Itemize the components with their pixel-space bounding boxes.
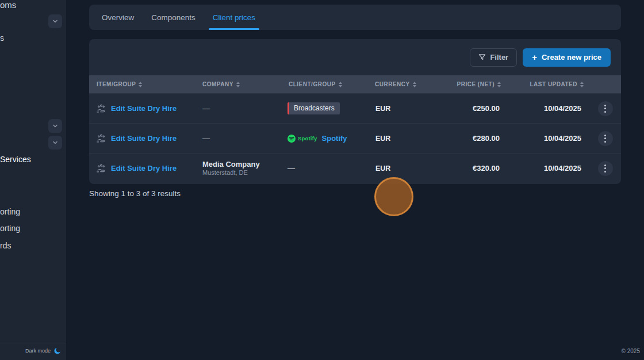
sidebar-item-dashboards[interactable]: rds <box>0 241 11 250</box>
item-link[interactable]: Edit Suite Dry Hire <box>111 104 177 113</box>
table-toolbar: Filter + Create new price <box>89 39 621 75</box>
spotify-icon <box>288 135 296 143</box>
chevron-down-icon <box>52 18 59 25</box>
price-cell: €280.00 <box>448 134 503 143</box>
sidebar-collapse-button[interactable] <box>48 119 62 133</box>
column-header-last-updated[interactable]: Last updated <box>503 81 589 87</box>
sort-icon <box>139 82 142 87</box>
plus-icon: + <box>532 53 537 62</box>
sort-icon <box>580 82 584 87</box>
copyright-text: © 2025 <box>622 348 640 354</box>
last-updated-cell: 10/04/2025 <box>503 104 589 113</box>
column-header-currency[interactable]: Currency <box>368 81 448 87</box>
price-cell: €320.00 <box>448 164 503 173</box>
column-header-client-group[interactable]: Client/Group <box>283 81 368 87</box>
table-row: Edit Suite Dry Hire — Broadcasters EUR €… <box>89 93 621 123</box>
spotify-logo: Spotify <box>288 135 317 143</box>
sort-icon <box>339 82 342 87</box>
sidebar-item-exporting[interactable]: orting <box>0 224 20 233</box>
column-header-item-group[interactable]: Item/Group <box>89 81 195 87</box>
row-actions-menu-button[interactable] <box>598 161 613 176</box>
sort-icon <box>413 82 416 87</box>
sidebar: oms s Services orting orting rds Dark mo… <box>0 0 66 360</box>
sidebar-item[interactable]: s <box>0 33 4 43</box>
sidebar-collapse-button[interactable] <box>48 136 62 150</box>
sidebar-item-services[interactable]: Services <box>0 155 31 164</box>
chevron-down-icon <box>52 139 59 146</box>
create-button-label: Create new price <box>542 53 601 62</box>
tab-client-prices[interactable]: Client prices <box>210 5 258 30</box>
client-prices-panel: Filter + Create new price Item/Group Com… <box>89 39 621 184</box>
tab-overview[interactable]: Overview <box>99 5 136 30</box>
filter-button-label: Filter <box>490 53 508 62</box>
column-header-price-net[interactable]: Price (net) <box>448 81 503 87</box>
sort-icon <box>497 82 501 87</box>
sidebar-divider <box>0 343 66 343</box>
last-updated-cell: 10/04/2025 <box>503 134 589 143</box>
row-actions-menu-button[interactable] <box>598 131 613 146</box>
currency-cell: EUR <box>368 135 448 143</box>
company-location: Musterstadt, DE <box>202 169 283 177</box>
click-indicator-circle <box>374 177 413 216</box>
service-hand-icon <box>96 134 106 143</box>
item-link[interactable]: Edit Suite Dry Hire <box>111 134 177 143</box>
currency-cell: EUR <box>368 105 448 113</box>
table-header-row: Item/Group Company Client/Group Currency… <box>89 75 621 93</box>
funnel-icon <box>478 53 486 61</box>
currency-cell: EUR <box>368 164 448 173</box>
column-header-company[interactable]: Company <box>195 81 283 87</box>
client-cell: — <box>283 164 368 173</box>
filter-button[interactable]: Filter <box>470 48 517 67</box>
table-row: Edit Suite Dry Hire Media Company Muster… <box>89 153 621 183</box>
tab-components[interactable]: Components <box>149 5 198 30</box>
spotify-wordmark: Spotify <box>298 135 317 141</box>
price-cell: €250.00 <box>448 104 503 113</box>
client-link[interactable]: Spotify <box>322 134 347 143</box>
chevron-down-icon <box>52 122 59 129</box>
create-new-price-button[interactable]: + Create new price <box>523 48 611 67</box>
company-cell: — <box>195 134 283 143</box>
sidebar-item-rooms[interactable]: oms <box>0 0 16 10</box>
results-count-text: Showing 1 to 3 of 3 results <box>89 189 181 198</box>
tab-bar: Overview Components Client prices <box>89 5 621 30</box>
sidebar-collapse-button[interactable] <box>48 14 62 28</box>
sort-icon <box>236 82 240 87</box>
company-cell: — <box>195 104 283 113</box>
row-actions-menu-button[interactable] <box>598 101 613 116</box>
last-updated-cell: 10/04/2025 <box>503 164 589 173</box>
moon-icon <box>53 347 62 355</box>
sidebar-item-reporting[interactable]: orting <box>0 207 20 216</box>
client-group-badge[interactable]: Broadcasters <box>288 102 340 114</box>
service-hand-icon <box>96 104 106 113</box>
item-link[interactable]: Edit Suite Dry Hire <box>111 164 177 173</box>
table-row: Edit Suite Dry Hire — Spotify Spotify EU… <box>89 123 621 153</box>
service-hand-icon <box>96 164 106 173</box>
company-name: Media Company <box>202 160 283 169</box>
dark-mode-label: Dark mode <box>25 348 51 354</box>
dark-mode-toggle[interactable]: Dark mode <box>25 347 62 355</box>
